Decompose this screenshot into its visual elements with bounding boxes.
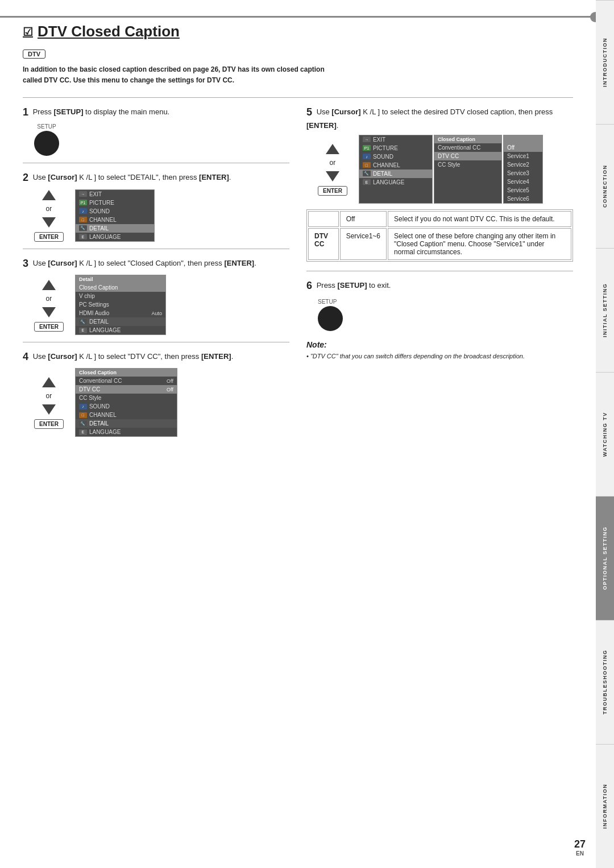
step-4-body: or ENTER Closed Caption Conventional CC … bbox=[34, 368, 289, 437]
menu-item-channel-4: □ CHANNEL bbox=[76, 411, 177, 419]
sidebar-tab-troubleshooting[interactable]: TROUBLESHOOTING bbox=[596, 620, 614, 744]
setup-button-6: SETUP bbox=[318, 299, 343, 331]
dtv-cc-cell-service-desc: Select one of these before changing any … bbox=[388, 228, 571, 260]
sound-icon-2: ♪ bbox=[79, 208, 87, 214]
setup-circle-6 bbox=[318, 306, 343, 331]
menu-screenshot-3: Detail Closed Caption V chip PC Settings… bbox=[75, 275, 166, 335]
menu-exit-5: → EXIT bbox=[359, 135, 432, 144]
step-5-num: 5 bbox=[306, 106, 312, 118]
menu-item-hdmiaudio-3: HDMI Audio Auto bbox=[76, 309, 165, 317]
dtv-cc-row-off: Off Select if you do not want DTV CC. Th… bbox=[308, 211, 571, 227]
setup-label-6: SETUP bbox=[318, 299, 337, 305]
sidebar-tab-connection[interactable]: CONNECTION bbox=[596, 124, 614, 248]
menu-ccstyle-5: CC Style bbox=[434, 160, 501, 169]
step-1-header: 1 Press [SETUP] to display the main menu… bbox=[23, 105, 289, 120]
menu-val-s1-5: Service1 bbox=[504, 152, 542, 160]
title-text: DTV Closed Caption bbox=[38, 23, 180, 40]
menu-screenshot-2: → EXIT P1 PICTURE ♪ SOUND □ bbox=[75, 189, 155, 242]
left-column: 1 Press [SETUP] to display the main menu… bbox=[23, 105, 289, 443]
menu-item-closed-caption-3: Closed Caption bbox=[76, 283, 165, 292]
menu-item-exit-2: → EXIT bbox=[76, 190, 154, 199]
menu-convcc-5: Conventional CC bbox=[434, 143, 501, 152]
menu-item-sound-2: ♪ SOUND bbox=[76, 207, 154, 216]
arrow-up-2 bbox=[41, 189, 57, 201]
sidebar-tab-watching-tv[interactable]: WATCHING TV bbox=[596, 372, 614, 496]
menu-sound-5: ♪ SOUND bbox=[359, 152, 432, 161]
step-5: 5 Use [Cursor] K /L ] to select the desi… bbox=[306, 105, 573, 262]
or-text-5: or bbox=[330, 159, 336, 167]
arrow-down-4 bbox=[41, 403, 57, 416]
language-icon-2: E bbox=[79, 234, 87, 239]
enter-btn-5: ENTER bbox=[318, 186, 347, 196]
step-2-body: or ENTER → EXIT P1 PICTURE bbox=[34, 189, 289, 242]
menu-item-vchip-3: V chip bbox=[76, 292, 165, 300]
menu-channel-5: □ CHANNEL bbox=[359, 161, 432, 170]
intro-text: In addition to the basic closed caption … bbox=[23, 64, 341, 86]
page-en: EN bbox=[574, 850, 586, 857]
main-content: ☑ DTV Closed Caption DTV In addition to … bbox=[0, 0, 596, 868]
step-4-header: 4 Use [Cursor] K /L ] to select "DTV CC"… bbox=[23, 349, 289, 365]
dtv-badge: DTV bbox=[23, 49, 45, 59]
step-4-arrows: or ENTER bbox=[34, 376, 64, 429]
menu-dtvcc-5: DTV CC bbox=[434, 152, 501, 160]
detail-icon-2: 🔧 bbox=[79, 225, 87, 231]
or-text-4: or bbox=[46, 392, 52, 400]
step-6-num: 6 bbox=[306, 280, 312, 291]
step-2-header: 2 Use [Cursor] K /L ] to select "DETAIL"… bbox=[23, 170, 289, 185]
menu-item-language-2: E LANGUAGE bbox=[76, 233, 154, 241]
menu-item-detail-4: 🔧 DETAIL bbox=[76, 419, 177, 428]
picture-icon-2: P1 bbox=[79, 200, 87, 205]
menu-val-s3-5: Service3 bbox=[504, 169, 542, 177]
arrow-down-2 bbox=[41, 216, 57, 229]
menu-item-pcsettings-3: PC Settings bbox=[76, 300, 165, 309]
step-5-header: 5 Use [Cursor] K /L ] to select the desi… bbox=[306, 105, 573, 131]
step-6-body: SETUP bbox=[318, 297, 573, 331]
menu-item-ccstyle-4: CC Style bbox=[76, 394, 177, 402]
step-6: 6 Press [SETUP] to exit. SETUP bbox=[306, 278, 573, 331]
step-2-arrows: or ENTER bbox=[34, 189, 64, 242]
menu-language-5: E LANGUAGE bbox=[359, 178, 432, 187]
step-4-num: 4 bbox=[23, 351, 28, 362]
dtv-cc-cell-off-desc: Select if you do not want DTV CC. This i… bbox=[388, 211, 571, 227]
menu-item-detail-2: 🔧 DETAIL bbox=[76, 224, 154, 233]
step-3: 3 Use [Cursor] K /L ] to select "Closed … bbox=[23, 256, 289, 335]
step-2: 2 Use [Cursor] K /L ] to select "DETAIL"… bbox=[23, 170, 289, 242]
sidebar-tab-initial-setting[interactable]: INITIAL SETTING bbox=[596, 248, 614, 372]
menu-item-language-3: E LANGUAGE bbox=[76, 326, 165, 334]
arrow-down-3 bbox=[41, 306, 57, 319]
enter-btn-4: ENTER bbox=[34, 419, 64, 429]
setup-label-1: SETUP bbox=[37, 123, 56, 130]
menu-screenshot-5: → EXIT P1 PICTURE ♪ SOUND bbox=[359, 135, 433, 204]
step-5-body: or ENTER → EXIT P1 P bbox=[318, 135, 573, 204]
exit-icon-2: → bbox=[79, 191, 87, 197]
menu-values-title-5 bbox=[504, 135, 542, 143]
sidebar-tab-introduction[interactable]: INTRODUCTION bbox=[596, 0, 614, 124]
menu-screenshot-4: Closed Caption Conventional CC Off DTV C… bbox=[75, 368, 177, 437]
menu-detail-5: 🔧 DETAIL bbox=[359, 170, 432, 178]
or-text-2: or bbox=[46, 205, 52, 213]
menu-item-sound-4: ♪ SOUND bbox=[76, 402, 177, 411]
dtv-cc-cell-empty-1 bbox=[308, 211, 339, 227]
sidebar-tab-information[interactable]: INFORMATION bbox=[596, 744, 614, 868]
dtv-cc-main-label: DTV CC bbox=[308, 228, 339, 260]
enter-btn-3: ENTER bbox=[34, 322, 64, 332]
menu-item-language-4: E LANGUAGE bbox=[76, 428, 177, 436]
arrow-up-4 bbox=[41, 376, 57, 388]
step-5-menus: → EXIT P1 PICTURE ♪ SOUND bbox=[359, 135, 543, 204]
menu-title-3: Detail bbox=[76, 275, 165, 283]
menu-title-4: Closed Caption bbox=[76, 369, 177, 377]
menu-submenu-title-5: Closed Caption bbox=[434, 135, 501, 143]
enter-btn-2: ENTER bbox=[34, 232, 64, 242]
menu-val-off-5: Off bbox=[504, 143, 542, 152]
menu-item-convcc-4: Conventional CC Off bbox=[76, 377, 177, 385]
arrow-up-5 bbox=[325, 143, 341, 155]
menu-val-s6-5: Service6 bbox=[504, 195, 542, 203]
checkbox-icon: ☑ bbox=[23, 25, 33, 39]
dtv-cc-table: Off Select if you do not want DTV CC. Th… bbox=[306, 209, 573, 262]
menu-values-5: Off Service1 Service2 Service3 Service4 … bbox=[503, 135, 543, 204]
page-title: ☑ DTV Closed Caption bbox=[23, 23, 573, 40]
page-number: 27 EN bbox=[574, 838, 586, 857]
step-3-header: 3 Use [Cursor] K /L ] to select "Closed … bbox=[23, 256, 289, 271]
sidebar-tab-optional-setting[interactable]: OPTIONAL SETTING bbox=[596, 496, 614, 620]
dtv-cc-cell-off-label: Off bbox=[340, 211, 387, 227]
